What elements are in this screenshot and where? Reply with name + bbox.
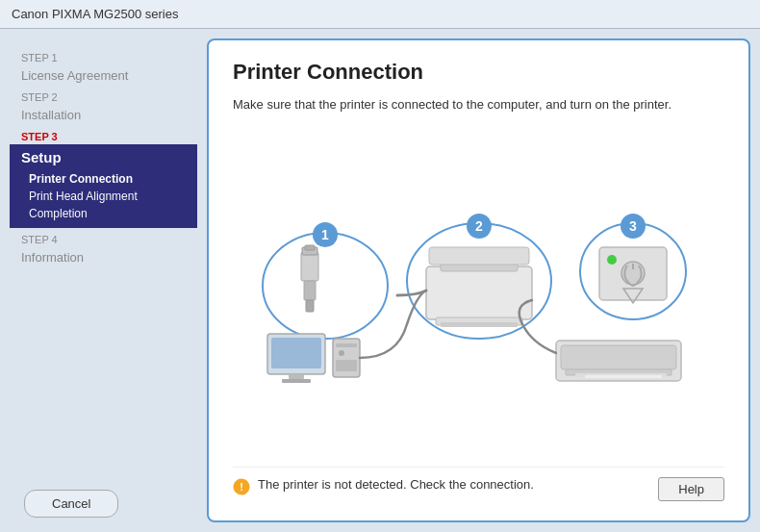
illustration: 1 2 [233,128,724,462]
svg-rect-1 [301,252,318,281]
sidebar-subitem-print-head: Print Head Alignment [10,188,197,205]
title-bar: Canon PIXMA MG2500 series [0,0,760,29]
svg-rect-24 [271,338,321,368]
svg-rect-5 [305,245,315,250]
svg-rect-26 [282,379,311,383]
content-area: Printer Connection Make sure that the pr… [207,38,750,522]
warning-message: ! The printer is not detected. Check the… [233,477,534,495]
svg-rect-2 [304,281,316,300]
main-container: STEP 1 License Agreement STEP 2 Installa… [0,29,760,532]
sidebar-subitem-printer-connection: Printer Connection [10,170,197,188]
svg-rect-11 [429,247,529,265]
svg-rect-28 [336,343,357,347]
step1-item: License Agreement [10,65,197,86]
step3-item: Setup [10,144,197,170]
svg-point-0 [263,233,388,339]
warning-text: The printer is not detected. Check the c… [258,477,534,492]
svg-rect-9 [426,266,532,319]
svg-rect-25 [289,374,304,379]
svg-text:!: ! [240,481,243,493]
step4-label: STEP 4 [10,228,197,247]
sidebar: STEP 1 License Agreement STEP 2 Installa… [10,38,197,522]
svg-rect-35 [585,375,662,378]
svg-rect-3 [306,300,314,312]
svg-rect-30 [336,360,357,371]
svg-text:2: 2 [475,218,483,234]
content-description: Make sure that the printer is connected … [233,96,724,114]
step2-label: STEP 2 [10,86,197,105]
help-button[interactable]: Help [658,477,724,501]
connection-diagram: 1 2 [248,194,710,396]
svg-point-18 [607,255,617,265]
svg-text:3: 3 [629,218,637,234]
step3-label: STEP 3 [10,125,197,144]
footer: Cancel [24,490,118,518]
svg-point-29 [339,350,344,356]
content-title: Printer Connection [233,60,724,85]
svg-rect-32 [561,345,676,369]
cancel-button[interactable]: Cancel [24,490,118,518]
step4-item: Information [10,247,197,267]
sidebar-subitem-completion: Completion [10,205,197,228]
title-bar-text: Canon PIXMA MG2500 series [12,7,178,21]
step2-item: Installation [10,105,197,125]
bottom-section: ! The printer is not detected. Check the… [233,467,724,501]
svg-rect-13 [441,322,518,327]
svg-text:1: 1 [321,227,329,242]
step1-label: STEP 1 [10,46,197,65]
warning-icon: ! [233,478,250,495]
